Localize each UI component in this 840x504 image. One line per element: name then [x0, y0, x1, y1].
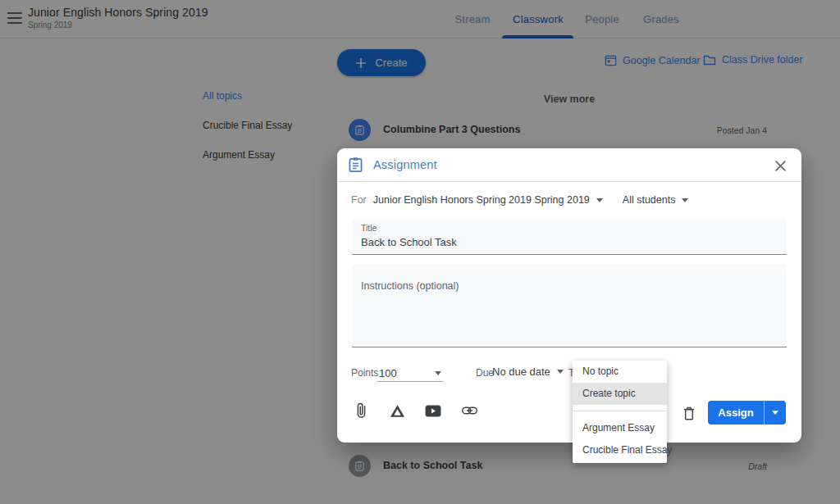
options-row: Points 100 Due No due date Topic	[351, 365, 786, 383]
assignment-icon	[348, 157, 363, 173]
points-value: 100	[379, 367, 397, 379]
trash-icon	[683, 406, 695, 420]
instructions-field[interactable]: Instructions (optional)	[352, 264, 787, 347]
chevron-down-icon	[435, 371, 441, 375]
chevron-down-icon	[772, 411, 778, 415]
assign-split-button: Assign	[708, 401, 786, 425]
menu-divider	[573, 411, 667, 411]
attachment-toolbar	[349, 398, 482, 423]
points-label: Points	[351, 367, 378, 379]
assign-options-button[interactable]	[764, 401, 786, 425]
attach-youtube-button[interactable]	[421, 398, 445, 423]
menu-item-crucible-final-essay[interactable]: Crucible Final Essay	[573, 439, 667, 461]
drive-icon	[390, 404, 405, 418]
points-select[interactable]: 100	[377, 365, 443, 382]
paperclip-icon	[354, 402, 368, 419]
close-icon	[774, 160, 787, 172]
audience-row: For Junior English Honors Spring 2019 Sp…	[351, 194, 688, 206]
google-classroom-screen: Junior English Honors Spring 2019 Spring…	[0, 0, 840, 504]
title-field[interactable]: Title Back to School Task	[352, 219, 787, 255]
chevron-down-icon	[596, 198, 603, 202]
class-select[interactable]: Junior English Honors Spring 2019 Spring…	[373, 194, 603, 206]
class-select-value: Junior English Honors Spring 2019 Spring…	[373, 194, 590, 206]
for-label: For	[351, 194, 367, 206]
due-date-select[interactable]: No due date	[492, 366, 564, 378]
title-field-value: Back to School Task	[361, 236, 778, 248]
attach-file-button[interactable]	[349, 398, 373, 423]
students-select-value: All students	[623, 194, 676, 206]
menu-item-no-topic[interactable]: No topic	[573, 361, 667, 383]
title-field-label: Title	[361, 223, 778, 233]
youtube-icon	[425, 405, 441, 417]
close-button[interactable]	[771, 157, 789, 175]
menu-item-argument-essay[interactable]: Argument Essay	[573, 417, 667, 439]
menu-item-create-topic[interactable]: Create topic	[573, 383, 667, 405]
assign-button[interactable]: Assign	[708, 401, 764, 425]
due-label: Due	[476, 367, 494, 379]
students-select[interactable]: All students	[623, 194, 689, 206]
attach-link-button[interactable]	[457, 398, 482, 423]
instructions-placeholder: Instructions (optional)	[361, 280, 778, 292]
attach-drive-button[interactable]	[385, 398, 409, 423]
topic-dropdown-menu: No topic Create topic Argument Essay Cru…	[573, 361, 667, 463]
chevron-down-icon	[557, 370, 564, 374]
link-icon	[462, 406, 477, 415]
dialog-title: Assignment	[373, 158, 437, 171]
due-date-value: No due date	[492, 366, 550, 378]
delete-button[interactable]	[677, 401, 701, 425]
chevron-down-icon	[682, 198, 688, 202]
assignment-dialog: Assignment For Junior English Honors Spr…	[337, 148, 801, 443]
dialog-header: Assignment	[337, 148, 801, 182]
